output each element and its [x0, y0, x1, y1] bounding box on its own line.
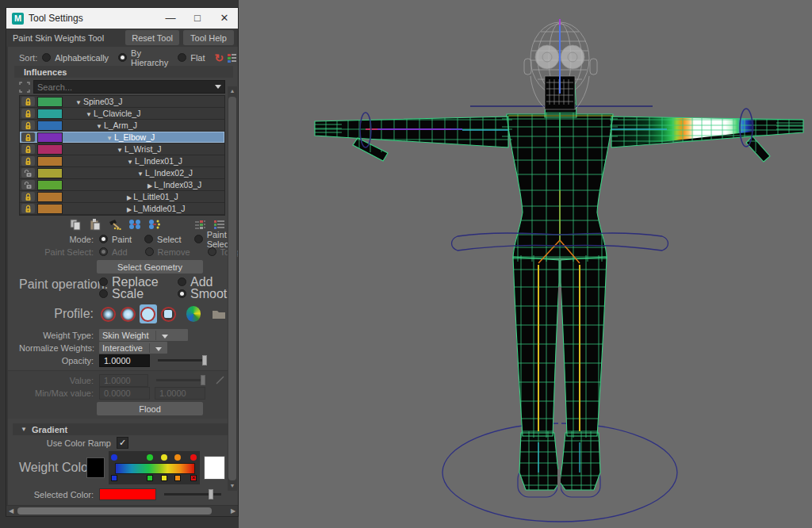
lock-icon[interactable]	[21, 109, 35, 118]
gradient-section-header[interactable]: ▼ Gradient	[13, 423, 233, 435]
scroll-left-icon[interactable]: ◀	[6, 507, 16, 515]
joint-color-swatch[interactable]	[37, 180, 63, 190]
joint-color-swatch[interactable]	[37, 204, 63, 214]
joint-color-swatch[interactable]	[37, 121, 63, 131]
search-dropdown-icon[interactable]	[215, 85, 221, 89]
flood-button[interactable]: Flood	[97, 402, 203, 415]
ramp-stop-marker[interactable]	[161, 475, 167, 481]
weight-color-high-swatch[interactable]	[204, 456, 225, 480]
horizontal-scrollbar-thumb[interactable]	[17, 507, 212, 515]
radio-icon[interactable]	[178, 289, 186, 298]
unlock-icon[interactable]	[21, 180, 35, 189]
browse-brush-folder-icon[interactable]	[212, 308, 225, 319]
normalize-weights-dropdown[interactable]: Interactive	[99, 342, 167, 354]
title-bar[interactable]: M Tool Settings — □ ✕	[6, 8, 238, 29]
color-ramp-widget[interactable]: ✕	[109, 451, 199, 484]
influence-row-l_elbow_j[interactable]: ▼L_Elbow_J	[20, 132, 224, 143]
viewport-3d[interactable]	[239, 0, 812, 528]
maximize-button[interactable]: □	[184, 8, 211, 29]
ramp-stop-dot[interactable]	[147, 454, 153, 461]
expanded-arrow-icon[interactable]: ▼	[86, 111, 92, 118]
use-color-ramp-checkbox[interactable]: ✓	[117, 437, 128, 449]
radio-icon[interactable]	[194, 235, 203, 243]
influence-row-l_index03_j[interactable]: ▶L_Index03_J	[20, 179, 224, 191]
scroll-down-icon[interactable]: ▼	[228, 481, 237, 491]
paste-weights-icon[interactable]	[89, 219, 101, 231]
collapsed-arrow-icon[interactable]: ▶	[127, 206, 132, 213]
minimize-button[interactable]: —	[157, 8, 184, 29]
paint-operation-replace[interactable]: Replace	[99, 277, 178, 287]
joint-color-swatch[interactable]	[37, 156, 63, 166]
gaussian-soft-brush[interactable]	[99, 304, 117, 323]
solid-brush[interactable]	[140, 304, 157, 323]
ramp-stop-dot[interactable]	[161, 454, 167, 461]
vertical-scrollbar[interactable]: ▲ ▼	[228, 86, 237, 491]
show-all-list-icon[interactable]	[213, 220, 225, 230]
move-weights-target-icon[interactable]	[148, 219, 161, 230]
joint-color-swatch[interactable]	[37, 168, 63, 178]
horizontal-scrollbar[interactable]: ◀ ▶	[6, 505, 238, 516]
influence-row-l_index01_j[interactable]: ▼L_Index01_J	[20, 155, 224, 167]
show-selected-list-icon[interactable]	[194, 220, 206, 230]
expanded-arrow-icon[interactable]: ▼	[127, 159, 133, 166]
radio-icon[interactable]	[118, 53, 127, 62]
joint-color-swatch[interactable]	[37, 144, 63, 155]
select-geometry-button[interactable]: Select Geometry	[97, 260, 203, 274]
reset-tool-button[interactable]: Reset Tool	[125, 30, 179, 45]
vertical-scrollbar-thumb[interactable]	[228, 97, 236, 480]
lock-icon[interactable]	[21, 156, 35, 166]
influence-row-l_index02_j[interactable]: ▼L_Index02_J	[20, 167, 224, 179]
ramp-stop-dot[interactable]	[190, 454, 197, 461]
unlock-icon[interactable]	[21, 168, 35, 178]
influence-row-spine03_j[interactable]: ▼Spine03_J	[20, 96, 224, 108]
radio-icon[interactable]	[144, 235, 153, 243]
paint-operation-scale[interactable]: Scale	[99, 289, 178, 299]
collapsed-arrow-icon[interactable]: ▶	[127, 194, 132, 201]
mode-paint-select[interactable]: Paint Select	[194, 230, 232, 249]
weight-color-low-swatch[interactable]	[86, 457, 105, 478]
opacity-field[interactable]: 1.0000	[99, 354, 150, 367]
ramp-stop-dot[interactable]	[111, 454, 117, 461]
joint-color-swatch[interactable]	[37, 192, 63, 202]
color-ramp-gradient[interactable]	[115, 463, 194, 474]
collapsed-arrow-icon[interactable]: ▶	[147, 182, 152, 189]
select-influence-icon[interactable]	[19, 82, 30, 93]
selected-color-slider[interactable]	[164, 489, 221, 499]
weight-type-dropdown[interactable]: Skin Weight	[99, 329, 188, 341]
sort-flat[interactable]: Flat	[178, 48, 205, 67]
close-button[interactable]: ✕	[211, 8, 238, 29]
paint-operation-smooth[interactable]: Smooth	[178, 289, 234, 299]
expanded-arrow-icon[interactable]: ▼	[106, 135, 113, 142]
radio-icon[interactable]	[42, 53, 51, 62]
mode-select[interactable]: Select	[144, 230, 182, 249]
lock-icon[interactable]	[21, 132, 35, 142]
influence-row-l_arm_j[interactable]: ▼L_Arm_J	[20, 120, 224, 132]
mode-paint[interactable]: Paint	[99, 230, 132, 249]
lock-icon[interactable]	[21, 97, 35, 106]
tool-help-button[interactable]: Tool Help	[183, 30, 234, 45]
expanded-arrow-icon[interactable]: ▼	[96, 123, 102, 130]
weight-hammer-icon[interactable]	[108, 219, 121, 230]
scroll-right-icon[interactable]: ▶	[228, 507, 238, 515]
lock-icon[interactable]	[21, 144, 35, 154]
expanded-arrow-icon[interactable]: ▼	[137, 170, 144, 178]
lock-icon[interactable]	[21, 192, 35, 201]
influence-row-l_middle01_j[interactable]: ▶L_Middle01_J	[20, 203, 224, 215]
ramp-stop-marker[interactable]	[174, 475, 181, 481]
outliner-icon[interactable]	[227, 53, 237, 63]
influence-row-l_clavicle_j[interactable]: ▼L_Clavicle_J	[20, 108, 224, 120]
move-weights-icon[interactable]	[128, 219, 141, 230]
radio-icon[interactable]	[99, 277, 108, 286]
radio-icon[interactable]	[178, 277, 186, 286]
expanded-arrow-icon[interactable]: ▼	[117, 147, 123, 154]
ramp-stop-marker[interactable]	[111, 475, 117, 481]
lock-icon[interactable]	[21, 121, 35, 130]
refresh-influences-icon[interactable]: ↻	[215, 53, 224, 63]
radio-icon[interactable]	[178, 53, 186, 62]
paint-operation-add[interactable]: Add	[178, 277, 234, 287]
ramp-stop-marker[interactable]	[147, 475, 153, 481]
ramp-stop-dot[interactable]	[174, 454, 181, 461]
sort-by-hierarchy[interactable]: By Hierarchy	[118, 48, 168, 67]
square-brush[interactable]	[159, 304, 177, 323]
ramp-stop-delete-marker[interactable]: ✕	[190, 475, 197, 481]
